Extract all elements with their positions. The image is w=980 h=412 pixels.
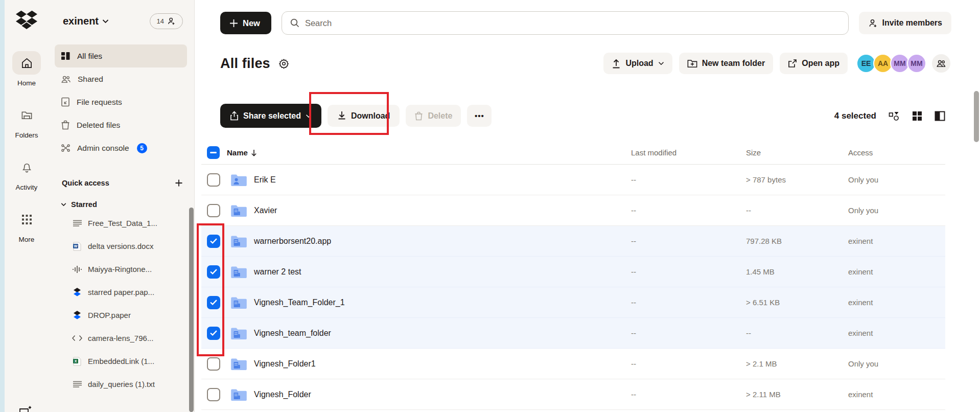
file-last-modified: --	[631, 175, 746, 184]
paper-doc-icon	[72, 288, 82, 296]
sidebar-item-file-requests[interactable]: File requests	[55, 90, 187, 113]
file-row[interactable]: Vignesh_Team_Folder_1 -- > 6.51 KB exine…	[201, 287, 945, 318]
member-count-badge[interactable]: 14	[150, 13, 183, 29]
file-row[interactable]: Vignesh_team_folder -- -- exinent	[201, 318, 945, 349]
starred-item[interactable]: Maiyya-Ringtone...	[49, 258, 194, 281]
row-checkbox[interactable]	[207, 173, 220, 187]
file-name[interactable]: Vignesh_Folder	[252, 390, 631, 399]
avatar[interactable]: MM	[907, 54, 926, 73]
text-file-icon	[72, 220, 82, 226]
chevron-down-icon	[61, 202, 66, 207]
file-name[interactable]: warnerborsent20.app	[252, 237, 631, 246]
person-folder-icon	[230, 173, 252, 187]
starred-item[interactable]: daily_queries (1).txt	[49, 373, 194, 396]
search-input[interactable]	[305, 18, 840, 28]
row-checkbox[interactable]	[207, 235, 220, 248]
rail-item-more[interactable]: More	[12, 208, 41, 243]
starred-item[interactable]: DROP.paper	[49, 304, 194, 327]
starred-section-toggle[interactable]: Starred	[61, 200, 194, 209]
main-scrollbar[interactable]	[974, 91, 979, 142]
file-last-modified: --	[631, 390, 746, 399]
sidebar-item-label: Shared	[78, 75, 103, 84]
upload-button[interactable]: Upload	[603, 53, 672, 74]
column-header-name[interactable]: Name	[224, 148, 631, 157]
row-checkbox[interactable]	[207, 204, 220, 217]
audio-file-icon	[72, 266, 82, 273]
dropbox-logo[interactable]	[16, 10, 37, 30]
avatar-stack: EEAAMMMM	[859, 54, 926, 73]
select-all-checkbox[interactable]	[207, 146, 220, 159]
search-bar[interactable]	[282, 11, 849, 35]
folders-icon	[12, 103, 41, 127]
grid-view-icon[interactable]	[912, 111, 922, 121]
file-row[interactable]: Vignesh_Folder1 -- > 2.1 MB Only you	[201, 349, 945, 379]
starred-item[interactable]: X EmbeddedLink (1...	[49, 350, 194, 373]
sidebar-item-all-files[interactable]: All files	[55, 44, 187, 67]
starred-item-label: Free_Test_Data_1...	[88, 219, 157, 227]
row-checkbox[interactable]	[207, 327, 220, 340]
open-app-button[interactable]: Open app	[780, 53, 848, 74]
download-button[interactable]: Download	[328, 105, 400, 127]
more-actions-button[interactable]: •••	[467, 105, 492, 127]
external-link-icon	[788, 59, 797, 68]
file-name[interactable]: warner 2 test	[252, 267, 631, 277]
column-header-access[interactable]: Access	[848, 148, 945, 157]
sidebar-item-admin-console[interactable]: Admin console 5	[55, 136, 187, 159]
share-selected-button[interactable]: Share selected	[220, 104, 321, 128]
file-row[interactable]: warner 2 test -- 1.45 MB exinent	[201, 257, 945, 287]
delete-button[interactable]: Delete	[406, 105, 461, 127]
team-folder-icon	[230, 203, 252, 217]
new-button[interactable]: New	[220, 12, 271, 34]
starred-item-label: DROP.paper	[88, 311, 131, 319]
starred-item[interactable]: W delta versions.docx	[49, 235, 194, 258]
file-name[interactable]: Erik E	[252, 175, 631, 185]
workspace-switcher[interactable]: exinent	[63, 15, 109, 27]
invite-members-button[interactable]: Invite members	[859, 12, 951, 34]
home-icon	[12, 51, 41, 75]
sidebar-scrollbar[interactable]	[189, 208, 194, 412]
workspace-name: exinent	[63, 15, 99, 27]
file-name[interactable]: Vignesh_team_folder	[252, 329, 631, 338]
row-checkbox[interactable]	[207, 296, 220, 309]
rail-item-folders[interactable]: Folders	[12, 103, 41, 139]
column-header-modified[interactable]: Last modified	[631, 148, 746, 157]
file-row[interactable]: Xavier -- -- Only you	[201, 195, 945, 226]
file-row[interactable]: warnerborsent20.app -- 797.28 KB exinent	[201, 226, 945, 257]
row-checkbox[interactable]	[207, 388, 220, 401]
file-size: > 2.11 MB	[746, 390, 848, 399]
row-checkbox[interactable]	[207, 265, 220, 279]
share-icon	[230, 111, 239, 121]
file-access: exinent	[848, 267, 945, 276]
file-last-modified: --	[631, 267, 746, 276]
file-name[interactable]: Vignesh_Team_Folder_1	[252, 298, 631, 307]
sidebar-item-deleted-files[interactable]: Deleted files	[55, 113, 187, 136]
collapsed-tool-icon[interactable]	[19, 405, 32, 412]
starred-item[interactable]: camera-lens_796...	[49, 327, 194, 350]
file-row[interactable]: Erik E -- > 787 bytes Only you	[201, 165, 945, 195]
row-checkbox[interactable]	[207, 357, 220, 371]
file-size: --	[746, 329, 848, 337]
gear-icon[interactable]	[278, 58, 289, 69]
column-header-size[interactable]: Size	[746, 148, 848, 157]
rail-item-label: More	[19, 236, 35, 243]
more-grid-icon	[12, 208, 41, 231]
starred-item[interactable]: Free_Test_Data_1...	[49, 212, 194, 235]
file-name[interactable]: Vignesh_Folder1	[252, 359, 631, 369]
split-view-icon[interactable]	[935, 111, 945, 121]
sidebar-item-label: Admin console	[77, 144, 129, 153]
new-team-folder-button[interactable]: New team folder	[679, 53, 774, 74]
file-name[interactable]: Xavier	[252, 206, 631, 215]
starred-item[interactable]: starred paper.pap...	[49, 281, 194, 304]
manage-members-button[interactable]	[931, 53, 951, 74]
main-content: New Invite members All files Upload New …	[195, 0, 980, 412]
file-row[interactable]: Vignesh_Folder -- > 2.11 MB exinent	[201, 379, 945, 410]
download-icon	[337, 111, 346, 121]
sidebar-item-shared[interactable]: Shared	[55, 67, 187, 90]
ellipsis-icon: •••	[475, 111, 484, 120]
rail-item-activity[interactable]: Activity	[12, 155, 41, 191]
sort-options-icon[interactable]	[889, 110, 900, 121]
starred-item-label: starred paper.pap...	[88, 288, 154, 296]
add-quick-access-icon[interactable]	[175, 179, 183, 187]
rail-item-home[interactable]: Home	[12, 51, 41, 87]
chevron-down-icon	[658, 61, 664, 65]
